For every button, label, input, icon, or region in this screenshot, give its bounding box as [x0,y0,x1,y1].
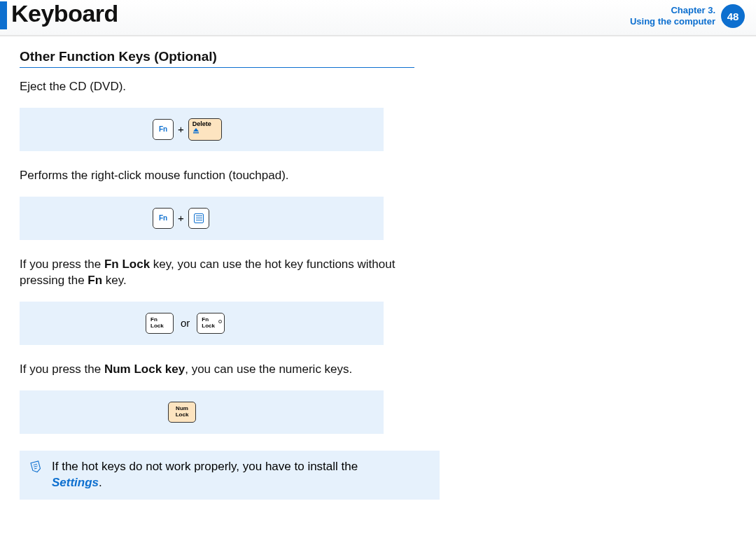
chapter-info: Chapter 3. Using the computer 48 [630,4,745,28]
numlock-bold: Num Lock key [104,362,185,376]
fnlock-key-1: Fn Lock [146,313,174,334]
text: . [99,476,102,489]
svg-rect-0 [193,132,199,134]
page-number-badge: 48 [721,4,745,28]
eject-keybox: Fn + Delete [20,108,384,151]
text: If you press the [20,258,104,271]
text: Lock [150,323,164,330]
content-column: Other Function Keys (Optional) Eject the… [0,36,434,512]
header-bar: Keyboard Chapter 3. Using the computer 4… [0,0,756,36]
plus-symbol: + [178,212,184,224]
fnlock-description: If you press the Fn Lock key, you can us… [20,257,414,289]
context-menu-key [188,208,209,229]
text: , you can use the numeric keys. [185,362,352,376]
fnlock-key-2: Fn Lock [197,313,225,334]
eject-icon [192,128,200,135]
note-box: If the hot keys do not work properly, yo… [20,451,440,500]
text: Lock [176,412,189,418]
chapter-text: Chapter 3. Using the computer [630,5,715,28]
fn-key: Fn [153,119,174,140]
text: If you press the [20,362,104,376]
or-label: or [181,317,190,329]
chapter-line2: Using the computer [630,16,715,27]
delete-eject-key: Delete [188,118,222,141]
led-indicator-icon [218,320,222,323]
fnlock-keybox: Fn Lock or Fn Lock [20,302,384,345]
delete-label: Delete [192,121,211,127]
section-heading: Other Function Keys (Optional) [20,49,414,68]
note-text: If the hot keys do not work properly, yo… [52,459,358,491]
eject-description: Eject the CD (DVD). [20,79,414,95]
text: Lock [202,323,215,330]
accent-bar [0,1,7,29]
plus-symbol: + [178,123,184,135]
settings-link: Settings [52,476,99,489]
context-menu-icon [194,213,204,223]
page-title: Keyboard [11,0,118,27]
fnlock-bold: Fn Lock [104,258,150,271]
text: key. [102,274,127,287]
text: If the hot keys do not work properly, yo… [52,460,358,473]
note-icon [29,459,45,477]
numlock-keybox: Num Lock [20,390,384,434]
rightclick-description: Performs the right-click mouse function … [20,168,414,184]
numlock-key: Num Lock [168,402,196,423]
fn-bold: Fn [88,274,102,287]
numlock-description: If you press the Num Lock key, you can u… [20,362,414,378]
chapter-line1: Chapter 3. [630,5,715,16]
rightclick-keybox: Fn + [20,197,384,240]
fn-key: Fn [153,208,174,229]
